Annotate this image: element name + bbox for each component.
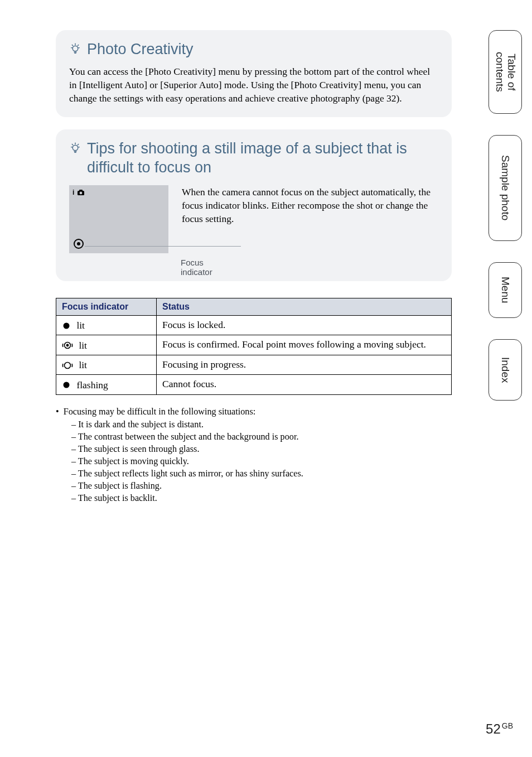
list-item: The subject is backlit.	[71, 493, 452, 505]
page-number-suffix: GB	[502, 721, 513, 730]
table-row: lit Focusing in progress.	[56, 355, 452, 374]
row3-status: Cannot focus.	[157, 375, 452, 394]
notes-lead-row: • Focusing may be difficult in the follo…	[56, 406, 452, 418]
focus-tracking-icon	[62, 341, 73, 350]
focus-progress-icon	[62, 361, 73, 370]
svg-point-5	[64, 322, 70, 329]
side-tab-sample[interactable]: Sample photo	[489, 135, 522, 241]
row0-state: lit	[76, 320, 85, 331]
list-item: The subject reflects light such as mirro…	[71, 468, 452, 480]
side-tab-toc[interactable]: Table of contents	[489, 30, 522, 114]
side-tabs: Table of contents Sample photo Menu Inde…	[489, 30, 522, 401]
card-photo-creativity: Photo Creativity You can access the [Pho…	[56, 30, 452, 117]
svg-point-0	[72, 46, 78, 51]
card2-title: Tips for shooting a still image of a sub…	[87, 139, 438, 177]
card2-paragraph: When the camera cannot focus on the subj…	[182, 185, 438, 225]
row0-status: Focus is locked.	[157, 315, 452, 335]
card1-title: Photo Creativity	[87, 40, 194, 59]
focus-fail-icon	[62, 380, 71, 389]
card2-heading: Tips for shooting a still image of a sub…	[69, 139, 438, 177]
side-tab-menu-label: Menu	[500, 277, 511, 303]
focus-difficult-notes: • Focusing may be difficult in the follo…	[56, 406, 452, 505]
card2-row: i Focus indicator When the camera cannot…	[69, 185, 438, 269]
row1-state: lit	[79, 340, 87, 351]
svg-point-1	[72, 145, 78, 151]
focus-indicator-caption: Focus indicator	[181, 258, 212, 277]
row3-state: flashing	[76, 379, 108, 391]
side-tab-index-label: Index	[500, 357, 511, 383]
row1-status: Focus is confirmed. Focal point moves fo…	[157, 335, 452, 355]
list-item: The subject is moving quickly.	[71, 456, 452, 468]
svg-rect-3	[79, 190, 83, 191]
intelligent-auto-icon: i	[72, 189, 85, 196]
focus-locked-icon	[62, 321, 71, 330]
list-item: The subject is flashing.	[71, 480, 452, 493]
svg-point-8	[65, 362, 71, 368]
svg-point-7	[66, 344, 69, 347]
viewfinder-illustration: i	[69, 185, 168, 253]
side-tab-sample-label: Sample photo	[500, 155, 511, 220]
card-tips-focus: Tips for shooting a still image of a sub…	[56, 129, 452, 281]
hint-icon	[69, 139, 81, 154]
side-tab-index[interactable]: Index	[489, 339, 522, 401]
th-indicator: Focus indicator	[56, 298, 157, 315]
list-item: The subject is seen through glass.	[71, 443, 452, 456]
side-tab-menu[interactable]: Menu	[489, 262, 522, 318]
callout-line	[85, 246, 241, 247]
table-row: flashing Cannot focus.	[56, 375, 452, 394]
vf-mode-letter: i	[72, 189, 75, 196]
hint-icon	[69, 40, 81, 55]
focus-indicator-table: Focus indicator Status lit Focus is lock…	[56, 298, 452, 395]
page-number-value: 52	[486, 721, 501, 736]
table-row: lit Focus is confirmed. Focal point move…	[56, 335, 452, 355]
page-root: Table of contents Sample photo Menu Inde…	[0, 0, 532, 757]
notes-lead: Focusing may be difficult in the followi…	[64, 406, 256, 418]
table-row: lit Focus is locked.	[56, 315, 452, 335]
card1-heading: Photo Creativity	[69, 40, 438, 59]
row2-status: Focusing in progress.	[157, 355, 452, 374]
viewfinder-wrap: i Focus indicator	[69, 185, 168, 269]
table-header-row: Focus indicator Status	[56, 298, 452, 315]
th-status: Status	[157, 298, 452, 315]
page-number: 52GB	[486, 721, 513, 737]
row2-state: lit	[79, 359, 87, 371]
side-tab-toc-label: Table of contents	[494, 38, 517, 105]
svg-point-4	[79, 191, 82, 194]
list-item: The contrast between the subject and the…	[71, 431, 452, 443]
focus-indicator-icon	[74, 239, 84, 249]
svg-point-9	[64, 382, 70, 388]
card1-body: You can access the [Photo Creativity] me…	[69, 65, 438, 105]
notes-list: It is dark and the subject is distant. T…	[56, 419, 452, 504]
list-item: It is dark and the subject is distant.	[71, 419, 452, 431]
bullet-dot: •	[56, 406, 59, 418]
